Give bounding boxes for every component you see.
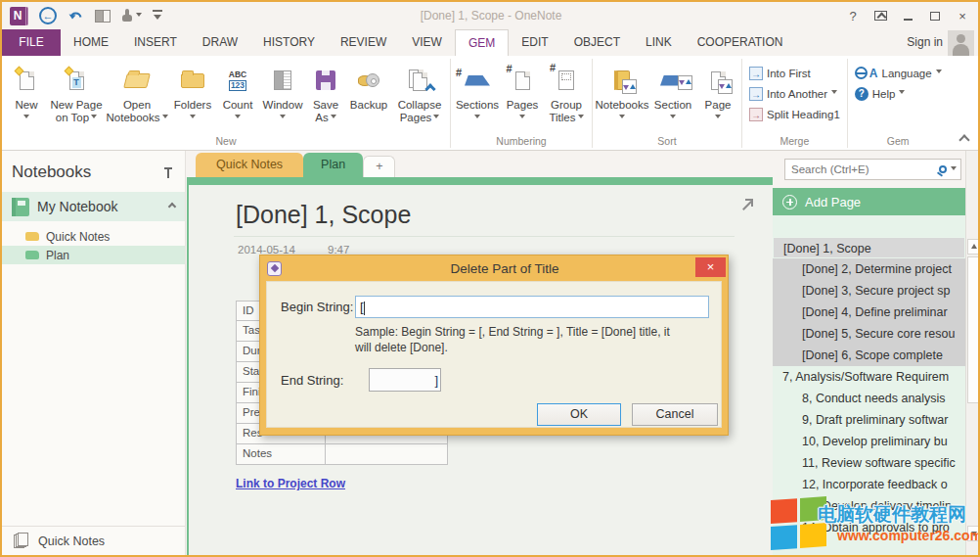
page-title[interactable]: [Done] 1, Scope: [236, 201, 411, 229]
scroll-up-button[interactable]: [967, 239, 980, 255]
split-heading1-button[interactable]: → Split Heading1: [745, 104, 844, 124]
tab-insert[interactable]: INSERT: [121, 29, 190, 56]
page-list-item[interactable]: [Done] 5, Secure core resou: [773, 323, 965, 345]
table-cell[interactable]: [326, 444, 448, 465]
help-button-ribbon[interactable]: ? Help: [851, 83, 946, 104]
count-button[interactable]: ABC123 Count: [216, 62, 259, 125]
button-label: As: [315, 112, 328, 124]
tab-object[interactable]: OBJECT: [561, 29, 633, 56]
into-first-button[interactable]: → Into First: [745, 63, 844, 83]
page-canvas[interactable]: [Done] 1, Scope 2014-05-14 9:47 ID Task …: [187, 185, 773, 555]
tab-home[interactable]: HOME: [61, 29, 121, 56]
maximize-button[interactable]: [921, 2, 949, 29]
chevron-up-icon[interactable]: [168, 203, 176, 210]
collapse-ribbon-icon[interactable]: [958, 134, 969, 145]
new-section-tab[interactable]: +: [363, 156, 395, 177]
language-button[interactable]: A Language: [851, 63, 946, 83]
sidebar-title: Notebooks: [12, 162, 91, 182]
ok-button[interactable]: OK: [537, 403, 621, 426]
section-tab-quick-notes[interactable]: Quick Notes: [196, 153, 303, 177]
tab-link[interactable]: LINK: [633, 29, 685, 56]
page-list-item[interactable]: [Done] 1, Scope: [773, 237, 965, 258]
link-to-project-row[interactable]: Link to Project Row: [236, 477, 345, 490]
page-list-item[interactable]: 11, Review software specific: [773, 452, 965, 474]
tab-gem[interactable]: GEM: [455, 29, 509, 56]
back-button[interactable]: ←: [39, 7, 57, 24]
dock-to-desktop-icon[interactable]: [95, 10, 111, 23]
onenote-logo-icon: N: [10, 7, 28, 25]
number-sections-button[interactable]: # Sections: [454, 62, 501, 125]
page-list-scrollbar[interactable]: [965, 151, 980, 555]
sidebar-footer-quick-notes[interactable]: Quick Notes: [2, 526, 185, 555]
full-page-view-icon[interactable]: [739, 199, 753, 212]
begin-string-input[interactable]: [: [355, 296, 709, 318]
add-page-button[interactable]: Add Page: [773, 188, 965, 215]
tab-view[interactable]: VIEW: [399, 29, 455, 56]
page-list-item[interactable]: 12, Incorporate feedback o: [773, 474, 965, 495]
tab-review[interactable]: REVIEW: [328, 29, 399, 56]
tab-draw[interactable]: DRAW: [190, 29, 250, 56]
dialog-titlebar[interactable]: Delete Part of Title: [260, 255, 728, 281]
sign-in-link[interactable]: Sign in: [907, 29, 943, 56]
folders-button[interactable]: Folders: [169, 62, 216, 125]
page-list-item[interactable]: 7, Analysis/Software Requirem: [773, 366, 965, 388]
number-pages-button[interactable]: # Pages: [501, 62, 544, 125]
search-input[interactable]: [791, 163, 935, 175]
new-page-on-top-button[interactable]: T New Page on Top: [48, 62, 105, 125]
tab-history[interactable]: HISTORY: [250, 29, 328, 56]
open-notebooks-button[interactable]: Open Notebooks: [105, 62, 169, 125]
sidebar-item-plan[interactable]: Plan: [2, 246, 185, 264]
touch-mode-button[interactable]: [121, 9, 142, 23]
page-list-item[interactable]: [Done] 4, Define preliminar: [773, 302, 965, 323]
customize-qat-icon[interactable]: [153, 10, 162, 22]
dropdown-arrow-icon: [280, 115, 286, 121]
tab-file[interactable]: FILE: [2, 29, 61, 56]
page-list-item[interactable]: [Done] 3, Secure project sp: [773, 280, 965, 302]
dialog-close-button[interactable]: ×: [695, 257, 726, 277]
into-another-button[interactable]: → Into Another: [745, 83, 844, 104]
new-page-top-icon: T: [69, 71, 84, 90]
search-box[interactable]: [784, 159, 961, 180]
ribbon-display-options-button[interactable]: [867, 2, 894, 29]
dropdown-arrow-icon: [474, 115, 480, 121]
save-as-button[interactable]: Save As: [306, 62, 345, 125]
search-icon[interactable]: [939, 165, 947, 173]
group-label-gem: Gem: [848, 135, 949, 147]
dropdown-arrow-icon: [936, 70, 942, 76]
help-button[interactable]: ?: [839, 2, 867, 29]
collapse-pages-button[interactable]: Collapse Pages: [392, 62, 447, 125]
close-button[interactable]: ×: [949, 2, 976, 29]
open-folder-icon: [123, 73, 151, 88]
section-tab-plan[interactable]: Plan: [303, 153, 363, 177]
backup-button[interactable]: Backup: [345, 62, 392, 113]
cancel-button[interactable]: Cancel: [632, 403, 718, 426]
button-label: Titles: [549, 112, 575, 124]
content-area: Quick Notes Plan + [Done] 1, Scope 2014-…: [187, 151, 773, 555]
tab-edit[interactable]: EDIT: [509, 29, 560, 56]
minimize-button[interactable]: [894, 2, 921, 29]
button-label: Split Heading1: [767, 109, 840, 120]
page-list-item[interactable]: [Done] 6, Scope complete: [773, 345, 965, 366]
search-scope-dropdown-icon[interactable]: [951, 166, 957, 173]
sort-section-button[interactable]: Section: [648, 62, 697, 125]
sidebar-item-quick-notes[interactable]: Quick Notes: [2, 227, 185, 246]
undo-icon[interactable]: [67, 9, 84, 23]
tab-cooperation[interactable]: COOPERATION: [685, 29, 796, 56]
sidebar-item-my-notebook[interactable]: My Notebook: [2, 192, 185, 221]
scrollbar-thumb[interactable]: [967, 256, 980, 403]
new-button[interactable]: New: [5, 62, 48, 125]
watermark: 电脑软硬件教程网 www.computer26.com: [769, 496, 978, 553]
user-avatar-icon[interactable]: [948, 30, 974, 56]
sort-notebooks-button[interactable]: Notebooks: [596, 62, 648, 125]
page-list-item[interactable]: 9, Draft preliminary softwar: [773, 409, 965, 431]
page-list-item[interactable]: [Done] 2, Determine project: [773, 258, 965, 280]
table-cell[interactable]: Notes: [236, 444, 326, 465]
number-group-titles-button[interactable]: # Group Titles: [544, 62, 589, 125]
window-button[interactable]: Window: [259, 62, 306, 125]
sort-page-button[interactable]: Page: [697, 62, 738, 125]
page-list-item[interactable]: 10, Develop preliminary bu: [773, 431, 965, 452]
end-string-input[interactable]: ]: [369, 368, 441, 392]
pin-icon[interactable]: [163, 167, 173, 178]
text-caret: [364, 302, 365, 315]
page-list-item[interactable]: 8, Conduct needs analysis: [773, 388, 965, 409]
